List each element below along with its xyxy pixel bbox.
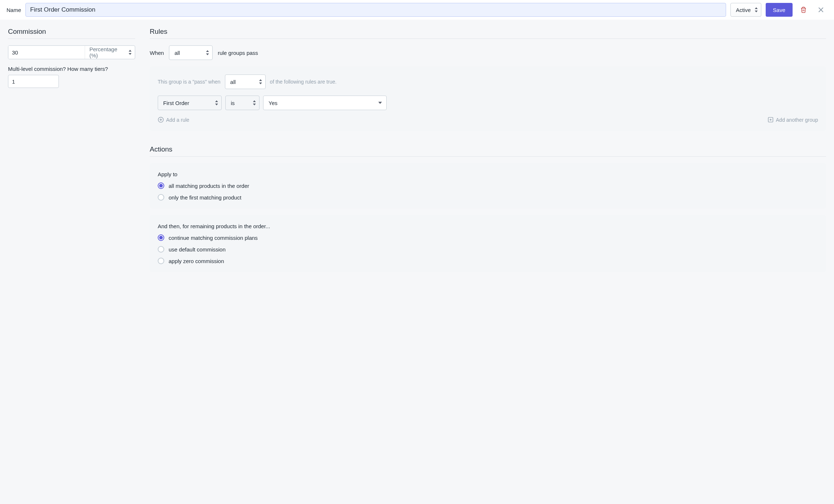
rule-group: This group is a "pass" when all of the f… bbox=[150, 66, 826, 131]
plus-square-icon bbox=[767, 117, 774, 123]
commission-type-label: Percentage (%) bbox=[89, 46, 125, 59]
group-prefix: This group is a "pass" when bbox=[158, 79, 221, 85]
name-label: Name bbox=[7, 7, 21, 13]
chevron-down-icon bbox=[378, 102, 382, 104]
add-group-button[interactable]: Add another group bbox=[767, 117, 818, 123]
group-mode-select[interactable]: all bbox=[225, 74, 266, 89]
status-select[interactable]: Active bbox=[730, 3, 761, 17]
commission-amount-row: Percentage (%) bbox=[8, 45, 135, 59]
then-option-zero[interactable]: apply zero commission bbox=[158, 258, 818, 264]
then-option-default[interactable]: use default commission bbox=[158, 246, 818, 253]
rule-operator-value: is bbox=[231, 100, 235, 106]
then-group: And then, for remaining products in the … bbox=[150, 215, 826, 272]
close-icon bbox=[818, 7, 824, 13]
group-suffix: of the following rules are true. bbox=[270, 79, 337, 85]
chevron-up-down-icon bbox=[253, 100, 256, 105]
when-mode-value: all bbox=[174, 50, 180, 56]
radio-label: all matching products in the order bbox=[169, 183, 249, 189]
status-value: Active bbox=[736, 7, 751, 13]
rule-field-select[interactable]: First Order bbox=[158, 96, 222, 110]
rules-section-title: Rules bbox=[150, 28, 826, 39]
save-button[interactable]: Save bbox=[766, 3, 793, 17]
when-label: When bbox=[150, 50, 164, 56]
delete-button[interactable] bbox=[797, 3, 810, 16]
when-suffix: rule groups pass bbox=[218, 50, 258, 56]
chevron-up-down-icon bbox=[754, 7, 758, 12]
chevron-up-down-icon bbox=[206, 50, 209, 55]
group-mode-value: all bbox=[230, 79, 236, 85]
chevron-up-down-icon bbox=[128, 50, 132, 55]
commission-section-title: Commission bbox=[8, 28, 135, 39]
rule-value: Yes bbox=[269, 100, 277, 106]
commission-type-select[interactable]: Percentage (%) bbox=[85, 46, 135, 59]
radio-label: use default commission bbox=[169, 246, 226, 253]
commission-value-input[interactable] bbox=[8, 46, 85, 59]
chevron-up-down-icon bbox=[215, 100, 218, 105]
then-option-continue[interactable]: continue matching commission plans bbox=[158, 234, 818, 241]
rule-operator-select[interactable]: is bbox=[225, 96, 259, 110]
add-group-label: Add another group bbox=[776, 117, 818, 123]
radio-label: continue matching commission plans bbox=[169, 235, 258, 241]
radio-icon bbox=[158, 194, 164, 201]
then-label: And then, for remaining products in the … bbox=[158, 223, 818, 229]
radio-label: apply zero commission bbox=[169, 258, 224, 264]
add-rule-button[interactable]: Add a rule bbox=[158, 117, 189, 123]
apply-to-option-all[interactable]: all matching products in the order bbox=[158, 182, 818, 189]
when-mode-select[interactable]: all bbox=[169, 45, 213, 60]
tiers-input[interactable] bbox=[8, 75, 59, 88]
radio-icon bbox=[158, 258, 164, 264]
radio-label: only the first matching product bbox=[169, 194, 241, 201]
apply-to-label: Apply to bbox=[158, 171, 818, 177]
rules-when-row: When all rule groups pass bbox=[150, 45, 826, 60]
rule-field-value: First Order bbox=[163, 100, 189, 106]
tiers-label: Multi-level commission? How many tiers? bbox=[8, 66, 135, 72]
apply-to-option-first[interactable]: only the first matching product bbox=[158, 194, 818, 201]
apply-to-group: Apply to all matching products in the or… bbox=[150, 163, 826, 209]
radio-icon bbox=[158, 234, 164, 241]
add-rule-label: Add a rule bbox=[166, 117, 189, 123]
trash-icon bbox=[800, 7, 807, 13]
chevron-up-down-icon bbox=[259, 79, 262, 84]
radio-icon bbox=[158, 246, 164, 253]
plus-circle-icon bbox=[158, 117, 164, 123]
rule-value-select[interactable]: Yes bbox=[263, 96, 387, 110]
actions-section-title: Actions bbox=[150, 145, 826, 157]
close-button[interactable] bbox=[814, 3, 827, 16]
commission-name-input[interactable] bbox=[25, 3, 726, 17]
radio-icon bbox=[158, 182, 164, 189]
rule-row: First Order is Yes bbox=[158, 96, 818, 110]
